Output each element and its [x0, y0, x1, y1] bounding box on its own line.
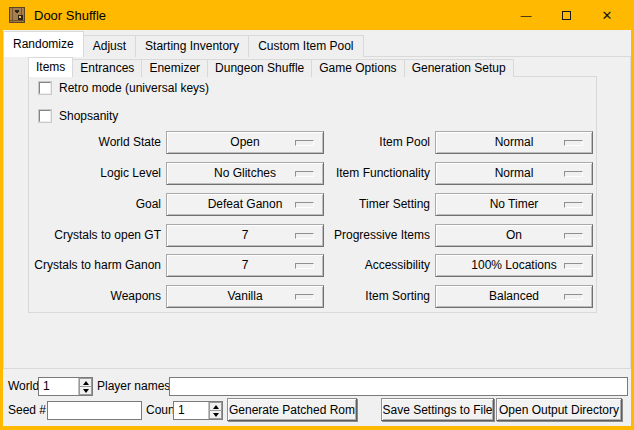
progressive-items-value: On	[506, 225, 522, 246]
accessibility-label: Accessibility	[365, 254, 430, 277]
spin-up-button[interactable]	[209, 402, 222, 411]
dropdown-indicator-icon	[564, 233, 583, 239]
goal-label: Goal	[136, 193, 161, 216]
logic-level-dropdown[interactable]: No Glitches	[166, 162, 324, 185]
progressive-items-dropdown[interactable]: On	[435, 224, 593, 247]
item-pool-value: Normal	[495, 132, 534, 153]
item-sorting-dropdown[interactable]: Balanced	[435, 285, 593, 308]
timer-setting-label: Timer Setting	[359, 193, 430, 216]
dropdown-indicator-icon	[564, 294, 583, 300]
dropdown-indicator-icon	[564, 140, 583, 146]
dropdown-indicator-icon	[295, 140, 314, 146]
tab-custom-item-pool[interactable]: Custom Item Pool	[248, 35, 363, 57]
spinner-arrows	[208, 402, 222, 419]
dropdown-indicator-icon	[295, 202, 314, 208]
weapons-label: Weapons	[111, 285, 161, 308]
tab-generation-setup[interactable]: Generation Setup	[404, 59, 514, 77]
item-sorting-value: Balanced	[489, 286, 539, 307]
maximize-icon	[562, 11, 571, 20]
item-functionality-dropdown[interactable]: Normal	[435, 162, 593, 185]
save-settings-button[interactable]: Save Settings to File	[381, 398, 494, 421]
seed-label: Seed #	[8, 401, 46, 420]
retro-mode-label: Retro mode (universal keys)	[59, 81, 209, 95]
tab-entrances[interactable]: Entrances	[72, 59, 142, 77]
count-value: 1	[174, 402, 208, 419]
accessibility-dropdown[interactable]: 100% Locations	[435, 254, 593, 277]
checkbox-icon	[39, 82, 51, 94]
seed-input[interactable]	[47, 401, 142, 420]
items-tab-bar: Items Entrances Enemizer Dungeon Shuffle…	[28, 57, 514, 77]
spin-up-button[interactable]	[79, 378, 92, 387]
tab-game-options[interactable]: Game Options	[311, 59, 404, 77]
open-output-button[interactable]: Open Output Directory	[496, 398, 622, 421]
crystals-gt-value: 7	[242, 225, 249, 246]
dropdown-indicator-icon	[295, 263, 314, 269]
accessibility-value: 100% Locations	[471, 255, 556, 276]
goal-dropdown[interactable]: Defeat Ganon	[166, 193, 324, 216]
crystals-ganon-dropdown[interactable]: 7	[166, 254, 324, 277]
window-title: Door Shuffle	[34, 8, 106, 23]
progressive-items-label: Progressive Items	[334, 224, 430, 247]
item-sorting-label: Item Sorting	[365, 285, 430, 308]
count-spinbox[interactable]: 1	[173, 401, 223, 420]
minimize-icon: —	[521, 9, 532, 21]
tab-enemizer[interactable]: Enemizer	[141, 59, 208, 77]
item-pool-label: Item Pool	[379, 131, 430, 154]
logic-level-value: No Glitches	[214, 163, 276, 184]
main-tab-bar: Randomize Adjust Starting Inventory Cust…	[3, 31, 364, 57]
dropdown-indicator-icon	[295, 294, 314, 300]
world-state-dropdown[interactable]: Open	[166, 131, 324, 154]
checkbox-icon	[39, 110, 51, 122]
retro-mode-checkbox[interactable]: Retro mode (universal keys)	[39, 81, 209, 95]
spinner-arrows	[78, 378, 92, 395]
dropdown-indicator-icon	[564, 263, 583, 269]
tab-dungeon-shuffle[interactable]: Dungeon Shuffle	[207, 59, 312, 77]
item-pool-dropdown[interactable]: Normal	[435, 131, 593, 154]
crystals-ganon-value: 7	[242, 255, 249, 276]
shopsanity-label: Shopsanity	[59, 109, 118, 123]
dropdown-indicator-icon	[295, 233, 314, 239]
minimize-button[interactable]: —	[511, 0, 541, 30]
weapons-dropdown[interactable]: Vanilla	[166, 285, 324, 308]
tab-adjust[interactable]: Adjust	[83, 35, 136, 57]
world-state-value: Open	[230, 132, 259, 153]
app-window: Door Shuffle — ✕ Randomize Adjust Starti…	[0, 0, 634, 430]
worlds-value: 1	[39, 378, 78, 395]
tab-randomize[interactable]: Randomize	[3, 31, 84, 57]
dropdown-indicator-icon	[564, 202, 583, 208]
generate-rom-button[interactable]: Generate Patched Rom	[227, 398, 357, 421]
dropdown-indicator-icon	[295, 171, 314, 177]
item-functionality-label: Item Functionality	[336, 162, 430, 185]
logic-level-label: Logic Level	[100, 162, 161, 185]
crystals-gt-label: Crystals to open GT	[54, 224, 161, 247]
close-icon: ✕	[602, 8, 613, 23]
tab-starting-inventory[interactable]: Starting Inventory	[135, 35, 249, 57]
weapons-value: Vanilla	[227, 286, 262, 307]
timer-setting-value: No Timer	[490, 194, 539, 215]
shopsanity-checkbox[interactable]: Shopsanity	[39, 109, 118, 123]
player-names-input[interactable]	[169, 377, 628, 396]
player-names-label: Player names	[97, 377, 170, 396]
crystals-ganon-label: Crystals to harm Ganon	[34, 254, 161, 277]
world-state-label: World State	[99, 131, 161, 154]
tab-items[interactable]: Items	[28, 57, 73, 77]
goal-value: Defeat Ganon	[208, 194, 283, 215]
crystals-gt-dropdown[interactable]: 7	[166, 224, 324, 247]
close-button[interactable]: ✕	[592, 0, 622, 30]
worlds-spinbox[interactable]: 1	[38, 377, 93, 396]
timer-setting-dropdown[interactable]: No Timer	[435, 193, 593, 216]
door-icon	[9, 7, 25, 23]
spin-down-button[interactable]	[209, 411, 222, 419]
item-functionality-value: Normal	[495, 163, 534, 184]
maximize-button[interactable]	[551, 0, 581, 30]
spin-down-button[interactable]	[79, 387, 92, 395]
dropdown-indicator-icon	[564, 171, 583, 177]
window-border-bottom	[0, 426, 634, 430]
